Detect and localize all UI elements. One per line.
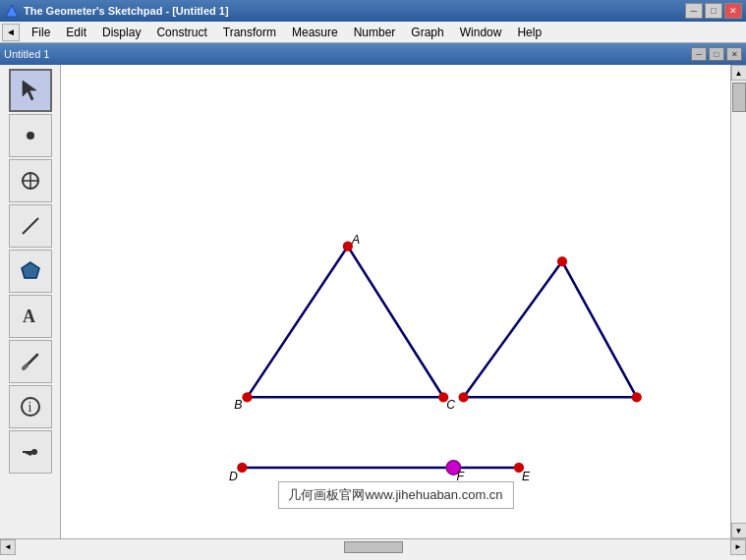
inner-maximize-button[interactable]: □: [709, 47, 724, 61]
bottom-scrollbar[interactable]: ◄ ►: [0, 538, 746, 554]
tool-line[interactable]: [9, 204, 52, 248]
tool-point[interactable]: [9, 114, 52, 157]
label-A: A: [351, 233, 360, 247]
point-B[interactable]: [242, 392, 252, 402]
point-D[interactable]: [237, 463, 247, 473]
drawing-canvas[interactable]: A B C D F E: [61, 65, 730, 538]
tool-select[interactable]: [9, 69, 52, 112]
menu-back-button[interactable]: ◄: [2, 24, 20, 41]
tool-pointer[interactable]: [9, 430, 52, 474]
tool-compass[interactable]: [9, 159, 52, 202]
app-icon: [4, 3, 20, 19]
inner-minimize-button[interactable]: ─: [691, 47, 707, 61]
svg-marker-7: [22, 262, 39, 278]
menu-display[interactable]: Display: [94, 23, 148, 42]
scroll-right-button[interactable]: ►: [730, 539, 746, 555]
inner-title-text: Untitled 1: [4, 48, 49, 60]
svg-point-15: [31, 449, 37, 455]
canvas-area[interactable]: A B C D F E: [61, 65, 730, 538]
title-bar-text: The Geometer's Sketchpad - [Untitled 1]: [24, 5, 685, 17]
svg-text:A: A: [23, 307, 35, 326]
menu-window[interactable]: Window: [452, 23, 510, 42]
menu-number[interactable]: Number: [346, 23, 404, 42]
inner-title-bar: Untitled 1 ─ □ ✕: [0, 43, 746, 65]
menu-measure[interactable]: Measure: [284, 23, 346, 42]
inner-close-button[interactable]: ✕: [726, 47, 742, 61]
point-right-bl[interactable]: [459, 392, 469, 402]
svg-line-16: [247, 247, 347, 398]
tool-info[interactable]: i: [9, 385, 52, 428]
svg-point-2: [27, 132, 34, 140]
scroll-thumb-horizontal[interactable]: [344, 541, 403, 553]
svg-line-19: [464, 261, 562, 397]
svg-text:i: i: [28, 400, 31, 415]
label-D: D: [229, 470, 238, 483]
menu-bar: ◄ File Edit Display Construct Transform …: [0, 22, 746, 43]
svg-line-20: [562, 261, 637, 397]
point-right-br[interactable]: [632, 392, 642, 402]
menu-graph[interactable]: Graph: [403, 23, 451, 42]
watermark: 几何画板官网www.jihehuaban.com.cn: [277, 481, 513, 509]
scroll-track-horizontal[interactable]: [16, 539, 730, 555]
title-bar-controls: ─ □ ✕: [685, 3, 742, 19]
scroll-left-button[interactable]: ◄: [0, 539, 16, 555]
close-button[interactable]: ✕: [724, 3, 742, 19]
title-bar: The Geometer's Sketchpad - [Untitled 1] …: [0, 0, 746, 22]
menu-construct[interactable]: Construct: [148, 23, 214, 42]
svg-line-17: [348, 247, 443, 398]
inner-title-controls: ─ □ ✕: [691, 47, 742, 61]
menu-transform[interactable]: Transform: [215, 23, 284, 42]
menu-file[interactable]: File: [24, 23, 58, 42]
main-container: A i: [0, 65, 746, 538]
tool-polygon[interactable]: [9, 250, 52, 293]
menu-edit[interactable]: Edit: [58, 23, 94, 42]
tool-text[interactable]: A: [9, 295, 52, 338]
toolbar: A i: [0, 65, 61, 538]
svg-line-10: [24, 365, 27, 368]
label-E: E: [522, 470, 531, 483]
minimize-button[interactable]: ─: [685, 3, 703, 19]
tool-marker[interactable]: [9, 340, 52, 383]
label-B: B: [234, 398, 242, 412]
point-right-top[interactable]: [557, 256, 567, 266]
menu-help[interactable]: Help: [509, 23, 549, 42]
scroll-up-button[interactable]: ▲: [731, 65, 747, 81]
status-bar: Click to begin scrolling the window: [0, 554, 746, 560]
label-C: C: [446, 398, 455, 412]
svg-marker-0: [6, 5, 18, 17]
scroll-thumb-vertical[interactable]: [732, 83, 746, 112]
svg-line-6: [23, 218, 38, 234]
scroll-down-button[interactable]: ▼: [731, 523, 747, 538]
svg-marker-1: [23, 81, 36, 100]
scrollbar-right[interactable]: ▲ ▼: [730, 65, 746, 538]
maximize-button[interactable]: □: [705, 3, 722, 19]
